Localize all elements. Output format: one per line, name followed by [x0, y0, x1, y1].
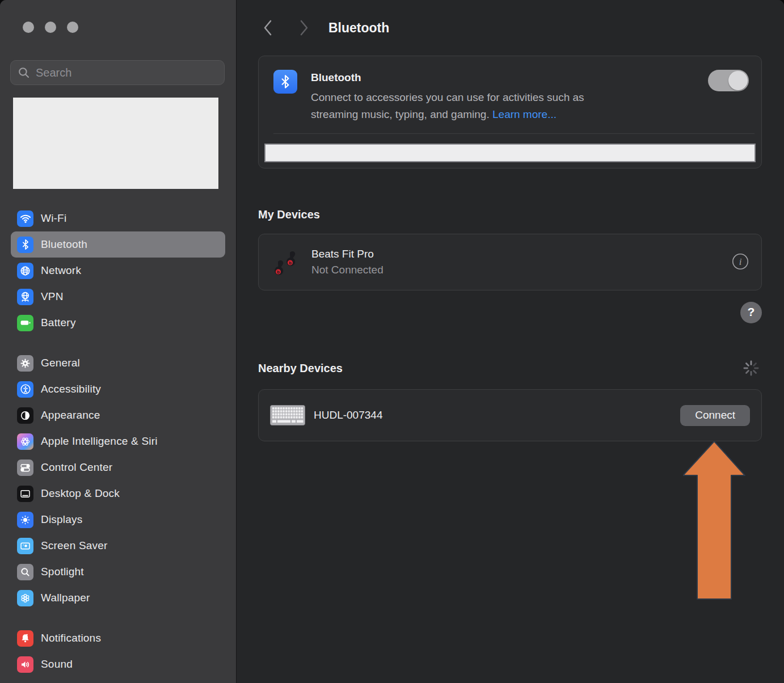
nearby-device-row: HUDL-007344 Connect — [259, 390, 761, 441]
sidebar-item-label: Accessibility — [41, 383, 101, 395]
loading-spinner-icon — [740, 357, 762, 379]
nearby-devices-heading: Nearby Devices — [258, 362, 343, 375]
control-center-icon — [17, 459, 33, 476]
annotation-arrow-up — [683, 441, 745, 600]
sidebar-item-vpn[interactable]: VPN — [11, 284, 225, 310]
sidebar-item-network[interactable]: Network — [11, 258, 225, 284]
notifications-icon — [17, 630, 33, 647]
sidebar-item-general[interactable]: General — [11, 350, 225, 376]
minimize-button[interactable] — [45, 22, 56, 33]
sidebar-item-label: Battery — [41, 317, 76, 329]
learn-more-link[interactable]: Learn more... — [492, 108, 557, 120]
sidebar-item-spotlight[interactable]: Spotlight — [11, 559, 225, 585]
device-status: Not Connected — [311, 264, 383, 276]
description-line1: Connect to accessories you can use for a… — [311, 91, 584, 103]
sidebar-item-apple-intelligence-siri[interactable]: Apple Intelligence & Siri — [11, 428, 225, 454]
close-button[interactable] — [23, 22, 34, 33]
sidebar-item-label: Apple Intelligence & Siri — [41, 435, 158, 448]
traffic-lights — [0, 0, 236, 33]
connect-button[interactable]: Connect — [680, 405, 750, 426]
desktop-dock-icon — [17, 486, 33, 502]
bluetooth-card: Bluetooth Connect to accessories you can… — [258, 56, 762, 168]
appearance-icon — [17, 407, 33, 424]
chevron-left-icon — [263, 19, 272, 36]
keyboard-icon — [270, 404, 305, 426]
sidebar-item-sound[interactable]: Sound — [11, 651, 225, 677]
sidebar-item-label: Screen Saver — [41, 539, 108, 552]
spotlight-icon — [17, 564, 33, 580]
help-button[interactable]: ? — [740, 302, 762, 323]
apple-intelligence-icon — [17, 433, 33, 450]
my-devices-card: b b Beats Fit Pro Not Connected i — [258, 234, 762, 290]
sidebar: Wi-FiBluetoothNetworkVPNBatteryGeneralAc… — [0, 0, 237, 683]
gear-icon — [17, 355, 33, 372]
bluetooth-description: Connect to accessories you can use for a… — [311, 89, 685, 123]
sidebar-item-wallpaper[interactable]: Wallpaper — [11, 585, 225, 611]
sidebar-item-label: General — [41, 357, 80, 369]
sound-icon — [17, 656, 33, 673]
bluetooth-app-icon — [273, 70, 297, 94]
svg-text:b: b — [289, 260, 292, 265]
sidebar-item-label: Wallpaper — [41, 592, 90, 604]
device-name: Beats Fit Pro — [311, 248, 383, 260]
sidebar-item-bluetooth[interactable]: Bluetooth — [11, 231, 225, 258]
sidebar-item-label: VPN — [41, 290, 64, 303]
zoom-button[interactable] — [67, 22, 78, 33]
sidebar-item-label: Displays — [41, 513, 82, 526]
bluetooth-card-title: Bluetooth — [311, 71, 701, 84]
page-header: Bluetooth — [258, 17, 762, 39]
sidebar-item-label: Control Center — [41, 461, 112, 474]
sidebar-item-screen-saver[interactable]: Screen Saver — [11, 533, 225, 559]
page-title: Bluetooth — [328, 20, 389, 36]
device-info-button[interactable]: i — [732, 253, 749, 272]
search-field[interactable] — [10, 60, 225, 85]
redacted-discoverable-text — [264, 144, 756, 162]
my-devices-heading: My Devices — [258, 208, 762, 221]
svg-text:i: i — [739, 256, 742, 267]
sidebar-group: NotificationsSound — [11, 625, 225, 677]
main-panel: Bluetooth Bluetooth Connect to accessori… — [237, 0, 784, 683]
arrow-shape — [683, 441, 745, 599]
sidebar-item-battery[interactable]: Battery — [11, 310, 225, 336]
accessibility-icon — [17, 381, 33, 398]
sidebar-group: GeneralAccessibilityAppearanceApple Inte… — [11, 350, 225, 611]
sidebar-item-label: Notifications — [41, 632, 101, 644]
sidebar-item-label: Desktop & Dock — [41, 487, 120, 500]
beats-earbuds-icon: b b — [271, 246, 304, 279]
system-settings-window: Wi-FiBluetoothNetworkVPNBatteryGeneralAc… — [0, 0, 784, 683]
sidebar-item-label: Network — [41, 264, 81, 277]
displays-icon — [17, 512, 33, 528]
sidebar-item-accessibility[interactable]: Accessibility — [11, 376, 225, 402]
device-row: b b Beats Fit Pro Not Connected i — [259, 234, 761, 290]
sidebar-item-label: Bluetooth — [41, 238, 87, 251]
sidebar-item-desktop-dock[interactable]: Desktop & Dock — [11, 480, 225, 507]
battery-icon — [17, 315, 33, 331]
description-line2: streaming music, typing, and gaming. — [311, 108, 490, 120]
sidebar-item-notifications[interactable]: Notifications — [11, 625, 225, 651]
sidebar-item-appearance[interactable]: Appearance — [11, 402, 225, 428]
network-globe-icon — [17, 263, 33, 279]
vpn-globe-icon — [17, 289, 33, 305]
info-icon: i — [732, 253, 749, 270]
sidebar-item-displays[interactable]: Displays — [11, 507, 225, 533]
sidebar-item-control-center[interactable]: Control Center — [11, 454, 225, 480]
wallpaper-icon — [17, 590, 33, 606]
back-button[interactable] — [263, 19, 272, 36]
chevron-right-icon — [300, 19, 309, 36]
sidebar-nav: Wi-FiBluetoothNetworkVPNBatteryGeneralAc… — [11, 205, 225, 677]
screen-saver-icon — [17, 538, 33, 554]
toggle-knob — [728, 71, 748, 90]
profile-placeholder — [13, 98, 218, 189]
sidebar-item-wi-fi[interactable]: Wi-Fi — [11, 205, 225, 231]
svg-text:b: b — [277, 269, 280, 275]
divider — [273, 133, 755, 134]
forward-button[interactable] — [300, 19, 309, 36]
nearby-device-name: HUDL-007344 — [314, 409, 382, 421]
bluetooth-toggle[interactable] — [708, 70, 749, 91]
search-input[interactable] — [36, 66, 217, 79]
wifi-icon — [17, 210, 33, 227]
sidebar-item-label: Appearance — [41, 409, 100, 421]
sidebar-item-label: Spotlight — [41, 566, 84, 578]
sidebar-group: Wi-FiBluetoothNetworkVPNBattery — [11, 205, 225, 336]
sidebar-item-label: Sound — [41, 658, 73, 671]
